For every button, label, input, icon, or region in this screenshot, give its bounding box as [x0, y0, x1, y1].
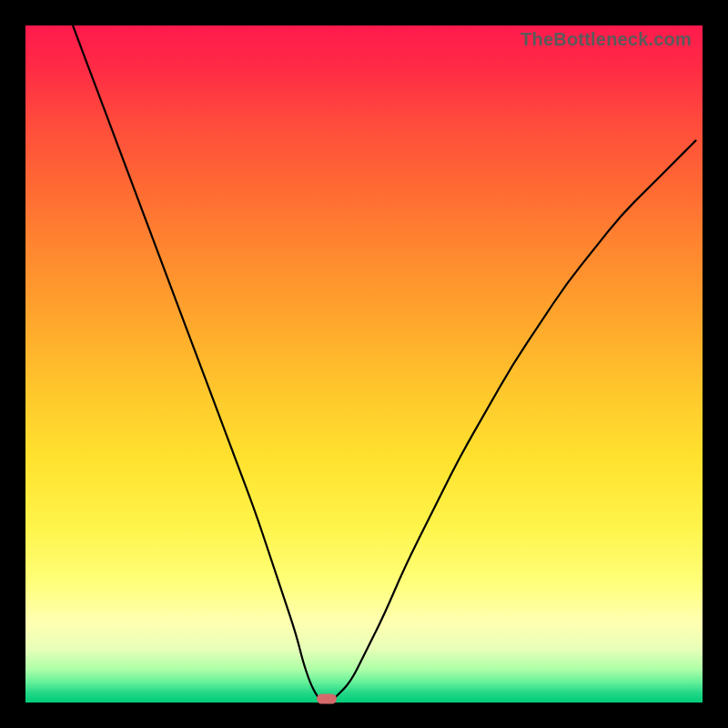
curve-path: [73, 25, 696, 703]
chart-frame: TheBottleneck.com: [0, 0, 728, 728]
watermark-text: TheBottleneck.com: [521, 29, 692, 50]
bottleneck-curve: [25, 25, 703, 703]
plot-area: TheBottleneck.com: [25, 25, 703, 703]
minimum-marker: [317, 694, 337, 704]
